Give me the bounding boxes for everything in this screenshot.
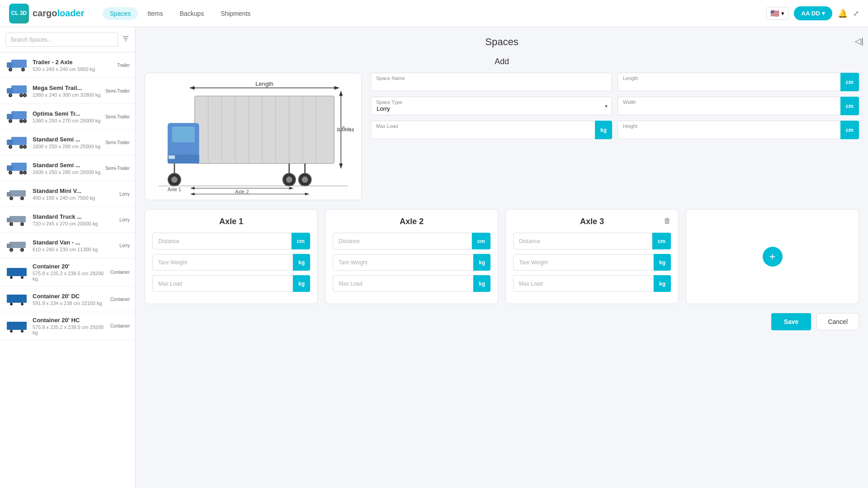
svg-text:Axle 1: Axle 1 [168, 187, 181, 192]
max-load-input[interactable] [371, 121, 595, 139]
item-dimensions: 1360 x 240 x 300 cm 32800 kg [33, 92, 101, 98]
svg-point-102 [302, 177, 308, 183]
space-form: Space Name Length cm Space Type [371, 73, 859, 200]
user-label: AA DD [801, 10, 820, 17]
vehicle-icon [5, 318, 28, 334]
item-info: Trailer - 2 Axle 530 x 240 x 240 cm 5800… [33, 59, 113, 72]
list-item[interactable]: Container 20' 575.8 x 235.2 x 238.5 cm 2… [0, 258, 135, 286]
axle-3-maxload-input[interactable] [513, 275, 654, 292]
height-input[interactable] [618, 121, 840, 139]
list-item[interactable]: Standard Van - ... 610 x 240 x 230 cm 11… [0, 233, 135, 258]
length-unit: cm [840, 73, 859, 91]
item-dimensions: 530 x 240 x 240 cm 5800 kg [33, 66, 113, 72]
logo-text: cargoloader [33, 8, 85, 19]
nav-spaces[interactable]: Spaces [103, 7, 138, 20]
axle-2-maxload-input[interactable] [333, 275, 473, 292]
svg-point-51 [10, 223, 12, 225]
fullscreen-button[interactable]: ⤢ [853, 9, 859, 18]
save-button[interactable]: Save [771, 313, 811, 330]
axle-1-distance-input[interactable] [152, 233, 292, 249]
axle-3-distance-group: cm [513, 233, 671, 249]
item-name: Trailer - 2 Axle [33, 59, 113, 66]
add-axle-button[interactable]: + [763, 247, 783, 267]
list-item[interactable]: Standard Semi ... 1600 x 250 x 280 cm 25… [0, 130, 135, 155]
axle-1-distance-group: cm [152, 233, 310, 249]
axle-2-distance-unit: cm [472, 233, 491, 249]
axle-3-delete-button[interactable]: 🗑 [664, 217, 671, 225]
svg-marker-119 [305, 192, 310, 195]
nav-backups[interactable]: Backups [172, 7, 211, 20]
svg-rect-80 [195, 96, 335, 163]
list-item[interactable]: Container 20' HC 575.8 x 235.2 x 238.5 c… [0, 312, 135, 340]
bottom-actions: Save Cancel [145, 313, 859, 330]
width-input[interactable] [618, 97, 840, 115]
vehicle-icon [5, 211, 28, 228]
list-item[interactable]: Mega Semi Trail... 1360 x 240 x 300 cm 3… [0, 78, 135, 104]
list-item[interactable]: Standard Mini V... 400 x 190 x 240 cm 75… [0, 181, 135, 207]
header: CL 3D cargoloader Spaces Items Backups S… [0, 0, 868, 27]
vehicle-icon [5, 57, 28, 73]
list-item[interactable]: Optima Semi Tr... 1360 x 250 x 270 cm 29… [0, 104, 135, 130]
space-type-select[interactable]: Lorry Trailer Semi-Trailer Container Van [371, 97, 612, 115]
vehicle-icon [5, 108, 28, 125]
axle-1-tare-group: kg [152, 254, 310, 271]
list-item[interactable]: Container 20' DC 591.9 x 234 x 238 cm 22… [0, 286, 135, 312]
item-dimensions: 400 x 190 x 240 cm 7500 kg [33, 195, 115, 201]
space-name-group: Space Name [371, 73, 612, 91]
search-input[interactable] [5, 33, 118, 47]
item-name: Standard Truck ... [33, 213, 115, 220]
item-badge: Lorry [119, 217, 130, 222]
axle-2-tare-input[interactable] [333, 254, 473, 271]
svg-rect-4 [7, 62, 13, 68]
svg-point-96 [171, 177, 178, 183]
user-menu-button[interactable]: AA DD ▾ [794, 6, 832, 20]
max-load-group: Max Load kg [371, 121, 612, 139]
length-input[interactable] [618, 73, 840, 91]
svg-rect-93 [169, 155, 175, 159]
svg-text:Axle 2: Axle 2 [235, 189, 249, 194]
axle-3-distance-input[interactable] [513, 233, 652, 249]
svg-rect-54 [7, 244, 11, 248]
notifications-button[interactable]: 🔔 [838, 9, 848, 19]
svg-point-100 [286, 177, 292, 183]
svg-text:Length: Length [255, 80, 274, 87]
svg-rect-10 [7, 88, 13, 94]
chevron-down-icon: ▾ [781, 10, 784, 17]
item-badge: Semi-Trailer [105, 114, 130, 119]
length-label: Length [623, 75, 638, 81]
vehicle-icon [5, 83, 28, 99]
list-item[interactable]: Standard Semi ... 1600 x 250 x 280 cm 20… [0, 155, 135, 181]
nav-items[interactable]: Items [140, 7, 170, 20]
axle-1-tare-input[interactable] [152, 254, 293, 271]
axle-3-maxload-unit: kg [654, 275, 671, 292]
svg-marker-110 [339, 164, 343, 169]
item-badge: Semi-Trailer [105, 166, 130, 171]
axle-2-distance-input[interactable] [333, 233, 472, 249]
filter-button[interactable] [122, 35, 130, 45]
axle-3-tare-input[interactable] [513, 254, 654, 271]
list-item[interactable]: Trailer - 2 Axle 530 x 240 x 240 cm 5800… [0, 52, 135, 78]
space-name-input[interactable] [371, 73, 612, 91]
svg-rect-53 [9, 242, 26, 248]
svg-rect-3 [11, 60, 27, 68]
svg-marker-118 [190, 192, 195, 195]
sidebar-list: Trailer - 2 Axle 530 x 240 x 240 cm 5800… [0, 52, 135, 488]
vehicle-icon [5, 237, 28, 253]
item-dimensions: 1360 x 250 x 270 cm 29000 kg [33, 118, 101, 123]
item-info: Standard Semi ... 1600 x 250 x 280 cm 25… [33, 136, 101, 149]
nav-shipments[interactable]: Shipments [213, 7, 258, 20]
axle-2-tare-unit: kg [473, 254, 491, 271]
axle-1-maxload-input[interactable] [152, 275, 293, 292]
list-item[interactable]: Standard Truck ... 720 x 245 x 270 cm 20… [0, 207, 135, 233]
width-group: Width cm [618, 97, 859, 115]
cancel-button[interactable]: Cancel [816, 313, 859, 330]
item-info: Container 20' DC 591.9 x 234 x 238 cm 22… [33, 293, 106, 306]
collapse-sidebar-button[interactable]: ◁| [855, 36, 863, 46]
item-name: Optima Semi Tr... [33, 110, 101, 117]
item-badge: Semi-Trailer [105, 89, 130, 94]
svg-rect-48 [7, 218, 11, 222]
item-badge: Trailer [117, 63, 130, 68]
language-selector[interactable]: 🇺🇸 ▾ [766, 7, 788, 20]
svg-rect-25 [11, 137, 27, 145]
svg-rect-9 [11, 85, 27, 94]
